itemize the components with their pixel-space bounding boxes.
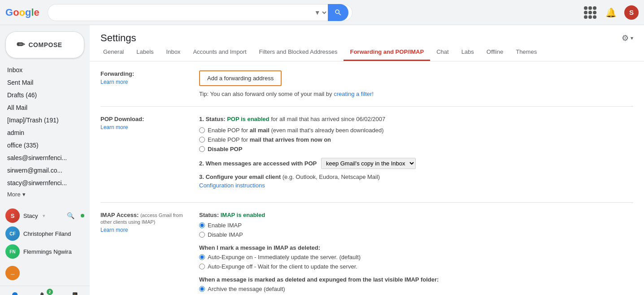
person-icon-button[interactable]: 👤 xyxy=(8,290,22,295)
pop-all-radio[interactable] xyxy=(199,127,205,133)
imap-archive-label: Archive the message (default) xyxy=(208,286,285,292)
imap-expunged-title: When a message is marked as deleted and … xyxy=(199,276,633,283)
phone-badge: 2 xyxy=(47,289,53,295)
pop-disable-radio[interactable] xyxy=(199,146,205,152)
drafts-label: Drafts (46) xyxy=(7,91,37,99)
apps-icon-button[interactable] xyxy=(583,5,597,20)
contact-row-flemmings[interactable]: FN Flemmings Ngwira xyxy=(0,243,90,260)
gear-dropdown-icon: ▾ xyxy=(631,35,633,41)
contact-name-christopher: Christopher Filand xyxy=(23,230,71,237)
more-link[interactable]: More ▾ xyxy=(0,189,90,200)
imap-archive-item[interactable]: Archive the message (default) xyxy=(199,286,633,292)
search-bar: ▼ xyxy=(48,4,352,21)
forwarding-content: Add a forwarding address Tip: You can al… xyxy=(199,70,633,97)
bell-icon: 🔔 xyxy=(605,7,617,18)
imap-learn-more[interactable]: Learn more xyxy=(100,227,190,233)
more-label: More xyxy=(7,191,21,198)
sidebar-item-stacy[interactable]: stacy@sirwernfenci... xyxy=(0,177,83,189)
sidebar-item-sales[interactable]: sales@sirwernfenci... xyxy=(0,152,83,164)
imap-enable-radio-item[interactable]: Enable IMAP xyxy=(199,222,633,229)
tab-general[interactable]: General xyxy=(97,44,130,61)
admin-label: admin xyxy=(7,129,24,136)
imap-label: IMAP Access: (access Gmail from other cl… xyxy=(100,212,199,295)
pop-status-suffix: for all mail that has arrived since 06/0… xyxy=(271,116,385,122)
tab-labs[interactable]: Labs xyxy=(455,44,480,61)
sidebar-item-sirwern[interactable]: sirwern@gmail.co... xyxy=(0,164,83,177)
pop-status-value: POP is enabled xyxy=(227,116,269,122)
imap-section: IMAP Access: (access Gmail from other cl… xyxy=(100,203,633,295)
sidebar-item-inbox[interactable]: Inbox xyxy=(0,64,83,76)
tab-labels[interactable]: Labels xyxy=(130,44,160,61)
sirwern-label: sirwern@gmail.co... xyxy=(7,167,62,174)
creating-filter-link[interactable]: creating a filter! xyxy=(334,91,374,97)
search-contacts-icon[interactable]: 🔍 xyxy=(67,212,74,219)
imap-enable-radio-group: Enable IMAP Disable IMAP xyxy=(199,222,633,238)
account-avatar[interactable]: S xyxy=(624,5,639,20)
pop-learn-more[interactable]: Learn more xyxy=(100,124,190,130)
main-layout: ✏ COMPOSE Inbox Sent Mail Drafts (46) Al… xyxy=(0,25,644,295)
imap-enable-label: Enable IMAP xyxy=(208,222,242,229)
tab-themes[interactable]: Themes xyxy=(509,44,543,61)
contact-avatar-stacy: S xyxy=(5,208,20,223)
mobile-icon-button[interactable]: 📱 xyxy=(68,290,82,295)
add-forwarding-address-button[interactable]: Add a forwarding address xyxy=(199,70,282,86)
forwarding-tip: Tip: You can also forward only some of y… xyxy=(199,91,633,97)
imap-status-row: Status: IMAP is enabled xyxy=(199,212,633,218)
notification-bell-button[interactable]: 🔔 xyxy=(604,5,618,20)
settings-content-area: Settings ⚙ ▾ General Labels Inbox Accoun… xyxy=(90,25,644,295)
tab-accounts[interactable]: Accounts and Import xyxy=(187,44,252,61)
topbar-right: 🔔 S xyxy=(583,5,639,20)
imap-auto-expunge-off-item[interactable]: Auto-Expunge off - Wait for the client t… xyxy=(199,263,633,270)
imap-auto-expunge-on-radio[interactable] xyxy=(199,254,205,260)
pop-when-row: 2. When messages are accessed with POP k… xyxy=(199,158,633,169)
stacy-online-status xyxy=(81,214,84,217)
pop-when-select[interactable]: keep Gmail's copy in the Inbox archive G… xyxy=(321,158,416,169)
imap-disable-radio-item[interactable]: Disable IMAP xyxy=(199,231,633,238)
tab-forwarding[interactable]: Forwarding and POP/IMAP xyxy=(344,44,430,61)
google-logo: Google xyxy=(5,7,39,18)
sidebar-item-admin[interactable]: admin xyxy=(0,126,83,139)
imap-auto-expunge-off-radio[interactable] xyxy=(199,264,205,269)
contact-row-extra[interactable]: ... xyxy=(0,264,90,282)
sidebar-item-trash[interactable]: [Imap]/Trash (191) xyxy=(0,114,83,126)
imap-archive-radio[interactable] xyxy=(199,286,205,292)
configuration-instructions-link[interactable]: Configuration instructions xyxy=(199,182,633,189)
pop-all-radio-item[interactable]: Enable POP for all mail (even mail that'… xyxy=(199,127,633,134)
search-input[interactable] xyxy=(52,9,313,17)
imap-enable-radio[interactable] xyxy=(199,222,205,228)
pop-new-radio-item[interactable]: Enable POP for mail that arrives from no… xyxy=(199,136,633,143)
settings-header: Settings ⚙ ▾ xyxy=(90,25,644,44)
contact-row-christopher[interactable]: CF Christopher Filand xyxy=(0,225,90,243)
tab-filters[interactable]: Filters and Blocked Addresses xyxy=(253,44,344,61)
contact-name-flemmings: Flemmings Ngwira xyxy=(23,248,72,255)
tab-chat[interactable]: Chat xyxy=(430,44,455,61)
sidebar-item-all-mail[interactable]: All Mail xyxy=(0,101,83,114)
imap-auto-expunge-on-item[interactable]: Auto-Expunge on - Immediately update the… xyxy=(199,254,633,260)
imap-disable-label: Disable IMAP xyxy=(208,231,243,238)
sidebar-item-office[interactable]: office (335) xyxy=(0,139,83,152)
search-dropdown[interactable]: ▼ xyxy=(313,9,328,17)
forwarding-section: Forwarding: Learn more Add a forwarding … xyxy=(100,61,633,107)
forwarding-learn-more[interactable]: Learn more xyxy=(100,79,190,85)
search-button[interactable] xyxy=(328,4,348,21)
settings-gear-button[interactable]: ⚙ ▾ xyxy=(622,33,633,43)
pop-content: 1. Status: POP is enabled for all mail t… xyxy=(199,116,633,193)
sidebar-bottom-icons: 👤 📞 2 📱 xyxy=(0,286,90,295)
christopher-avatar-initial: CF xyxy=(9,231,15,236)
tab-inbox[interactable]: Inbox xyxy=(160,44,187,61)
pop-configure-suffix: (e.g. Outlook, Eudora, Netscape Mail) xyxy=(283,174,380,180)
forwarding-label: Forwarding: Learn more xyxy=(100,70,199,97)
pop-new-radio[interactable] xyxy=(199,137,205,143)
contact-row-stacy[interactable]: S Stacy ▾ 🔍 xyxy=(0,207,90,225)
flemmings-avatar-initial: FN xyxy=(9,249,15,254)
sidebar-item-sent[interactable]: Sent Mail xyxy=(0,76,83,89)
phone-badge-button[interactable]: 📞 2 xyxy=(38,290,52,295)
pop-configure-label: 3. Configure your email client xyxy=(199,174,281,180)
gear-icon: ⚙ xyxy=(622,33,629,43)
compose-button[interactable]: ✏ COMPOSE xyxy=(5,31,84,58)
pop-disable-radio-item[interactable]: Disable POP xyxy=(199,146,633,152)
stacy-avatar-initial: S xyxy=(11,213,15,219)
imap-disable-radio[interactable] xyxy=(199,232,205,238)
tab-offline[interactable]: Offline xyxy=(480,44,509,61)
sidebar-item-drafts[interactable]: Drafts (46) xyxy=(0,89,83,101)
